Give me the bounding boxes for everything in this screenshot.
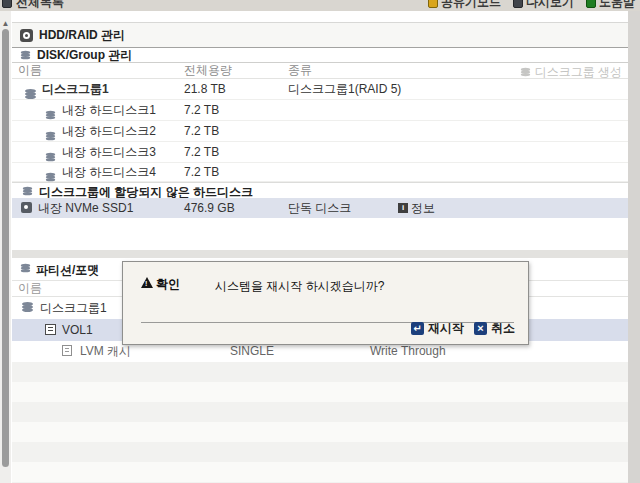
scroll-up-arrow-icon[interactable]	[0, 15, 11, 27]
menu-icon	[2, 0, 12, 8]
top-toolbar: 전체목록 공유기모드 다시보기 도움말	[0, 0, 640, 11]
toolbar-left-label-group: 전체목록	[0, 0, 64, 11]
disk-info-link[interactable]: 정보	[398, 200, 435, 217]
row-mode: SINGLE	[230, 344, 274, 358]
table-row-hdd4[interactable]: 내장 하드디스크4 7.2 TB	[12, 163, 628, 182]
row-name: 내장 하드디스크3	[62, 144, 156, 161]
info-icon	[398, 203, 408, 213]
disk-group-row-icon	[25, 89, 36, 100]
row-name: LVM 캐시	[80, 343, 131, 360]
hdd-icon	[46, 152, 55, 161]
help-label: 도움말	[599, 0, 635, 11]
table-row-hdd3[interactable]: 내장 하드디스크3 7.2 TB	[12, 142, 628, 163]
hdd-raid-title: HDD/RAID 관리	[39, 27, 125, 44]
info-label: 정보	[411, 200, 435, 217]
row-type: 단독 디스크	[288, 200, 351, 217]
refresh-button[interactable]: 다시보기	[513, 0, 574, 11]
disk-group-title: DISK/Group 관리	[37, 47, 132, 64]
help-button[interactable]: 도움말	[586, 0, 635, 11]
dialog-message: 시스템을 재시작 하시겠습니까?	[215, 278, 384, 295]
scrollbar-thumb[interactable]	[2, 29, 9, 467]
router-mode-label: 공유기모드	[441, 0, 501, 11]
right-background-strip	[628, 11, 640, 483]
row-capacity: 7.2 TB	[184, 103, 219, 117]
row-capacity: 476.9 GB	[184, 201, 235, 215]
help-icon	[586, 0, 596, 8]
column-type: 종류	[288, 62, 312, 79]
row-name: 디스크그룹1	[42, 81, 109, 98]
table-row-disk-group[interactable]: 디스크그룹1 21.8 TB 디스크그룹1(RAID 5)	[12, 79, 628, 100]
row-name: 디스크그룹1	[40, 300, 107, 317]
row-cache-policy: Write Through	[370, 344, 446, 358]
table-row-hdd1[interactable]: 내장 하드디스크1 7.2 TB	[12, 100, 628, 121]
cancel-label: 취소	[491, 320, 515, 337]
section-divider-band	[12, 250, 628, 258]
row-name: VOL1	[62, 323, 93, 337]
warning-icon	[141, 277, 153, 288]
empty-row-stripes	[12, 362, 628, 483]
partition-title: 파티션/포맷	[36, 262, 99, 279]
row-name: 내장 하드디스크1	[62, 102, 156, 119]
vertical-scrollbar[interactable]	[0, 11, 11, 483]
unassigned-section-header: 디스크그룹에 할당되지 않은 하드디스크	[12, 182, 628, 198]
refresh-label: 다시보기	[526, 0, 574, 11]
row-capacity: 7.2 TB	[184, 124, 219, 138]
hdd-raid-section-header: HDD/RAID 관리	[12, 22, 628, 48]
router-mode-button[interactable]: 공유기모드	[428, 0, 501, 11]
volume-icon	[45, 324, 56, 335]
row-name: 내장 하드디스크2	[62, 123, 156, 140]
disk-table-column-header: 이름 전체용량 종류 디스크그룹 생성	[12, 63, 628, 79]
close-x-icon	[474, 322, 487, 335]
create-disk-group-icon	[520, 68, 529, 77]
table-row-nvme-ssd[interactable]: 내장 NVMe SSD1 476.9 GB 단독 디스크 정보	[12, 198, 628, 218]
toolbar-left-label: 전체목록	[16, 0, 64, 11]
hdd-icon	[46, 131, 55, 140]
dialog-title: 확인	[156, 276, 180, 293]
nvme-disk-icon	[21, 202, 32, 213]
row-name: 내장 NVMe SSD1	[38, 200, 133, 217]
hdd-icon	[46, 172, 55, 181]
table-row-hdd2[interactable]: 내장 하드디스크2 7.2 TB	[12, 121, 628, 142]
disk-group-section-header: DISK/Group 관리	[12, 48, 628, 63]
main-content: HDD/RAID 관리 DISK/Group 관리 이름 전체용량 종류 디스크…	[12, 11, 628, 483]
row-capacity: 7.2 TB	[184, 165, 219, 179]
nas-admin-screen: 전체목록 공유기모드 다시보기 도움말	[0, 0, 640, 483]
lvm-cache-icon	[62, 345, 72, 356]
refresh-icon	[513, 0, 523, 8]
row-type: 디스크그룹1(RAID 5)	[288, 81, 401, 98]
confirm-dialog: 확인 시스템을 재시작 하시겠습니까? 재시작 취소	[122, 261, 529, 345]
cancel-button[interactable]: 취소	[474, 320, 515, 337]
router-mode-icon	[428, 0, 438, 8]
row-capacity: 7.2 TB	[184, 145, 219, 159]
column-capacity: 전체용량	[184, 62, 232, 79]
restart-button[interactable]: 재시작	[411, 320, 464, 337]
column-name: 이름	[18, 62, 42, 79]
restart-label: 재시작	[428, 320, 464, 337]
row-capacity: 21.8 TB	[184, 82, 226, 96]
row-name: 내장 하드디스크4	[62, 164, 156, 181]
hdd-icon	[46, 110, 55, 119]
disk-group-row-icon	[22, 302, 33, 313]
enter-key-icon	[411, 322, 424, 335]
dialog-title-group: 확인	[141, 276, 180, 293]
column-name: 이름	[18, 280, 42, 297]
partition-format-icon	[21, 264, 30, 273]
hdd-raid-icon	[20, 29, 33, 42]
disk-group-icon	[21, 50, 30, 59]
unassigned-group-icon	[23, 187, 32, 196]
